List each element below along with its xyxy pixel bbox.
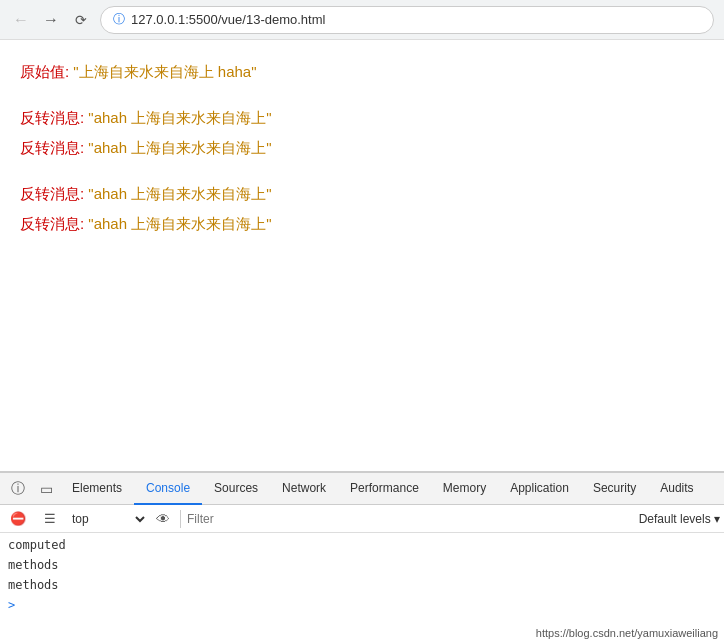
console-line-1: computed xyxy=(0,535,724,555)
tab-network[interactable]: Network xyxy=(270,473,338,505)
tab-performance[interactable]: Performance xyxy=(338,473,431,505)
reverse-label-2: 反转消息: xyxy=(20,139,84,156)
eye-button[interactable]: 👁 xyxy=(152,508,174,530)
lock-icon: ⓘ xyxy=(113,11,125,28)
status-bar: https://blog.csdn.net/yamuxiaweiliang xyxy=(530,625,724,641)
reload-button[interactable]: ⟳ xyxy=(70,9,92,31)
back-button[interactable]: ← xyxy=(10,9,32,31)
context-select[interactable]: top xyxy=(68,508,148,530)
console-settings-button[interactable]: ☰ xyxy=(36,505,64,533)
original-value: "上海自来水来自海上 haha" xyxy=(73,63,256,80)
reverse-value-3: "ahah 上海自来水来自海上" xyxy=(88,185,271,202)
spacer-2 xyxy=(20,166,704,182)
filter-input[interactable] xyxy=(187,508,635,530)
reverse-value-1: "ahah 上海自来水来自海上" xyxy=(88,109,271,126)
page-content: 原始值: "上海自来水来自海上 haha" 反转消息: "ahah 上海自来水来… xyxy=(0,40,724,471)
inspect-element-button[interactable]: ⓘ xyxy=(4,475,32,503)
reverse-label-3: 反转消息: xyxy=(20,185,84,202)
console-line-2: methods xyxy=(0,555,724,575)
reverse-value-4: "ahah 上海自来水来自海上" xyxy=(88,215,271,232)
forward-button[interactable]: → xyxy=(40,9,62,31)
reverse-line-4: 反转消息: "ahah 上海自来水来自海上" xyxy=(20,212,704,236)
url-host: 127.0.0.1:5500 xyxy=(131,12,218,27)
device-mode-button[interactable]: ▭ xyxy=(32,475,60,503)
console-line-3: methods xyxy=(0,575,724,595)
status-link: https://blog.csdn.net/yamuxiaweiliang xyxy=(536,627,718,639)
reverse-value-2: "ahah 上海自来水来自海上" xyxy=(88,139,271,156)
tab-sources[interactable]: Sources xyxy=(202,473,270,505)
prompt-symbol: > xyxy=(8,596,15,614)
original-label: 原始值: xyxy=(20,63,69,80)
tab-security[interactable]: Security xyxy=(581,473,648,505)
reverse-line-1: 反转消息: "ahah 上海自来水来自海上" xyxy=(20,106,704,130)
clear-console-button[interactable]: ⛔ xyxy=(4,505,32,533)
tab-application[interactable]: Application xyxy=(498,473,581,505)
devtools-panel: ⓘ ▭ Elements Console Sources Network Per… xyxy=(0,471,724,641)
address-bar[interactable]: ⓘ 127.0.0.1:5500/vue/13-demo.html xyxy=(100,6,714,34)
console-prompt[interactable]: > xyxy=(0,595,724,615)
devtools-tabs: ⓘ ▭ Elements Console Sources Network Per… xyxy=(0,473,724,505)
tab-elements[interactable]: Elements xyxy=(60,473,134,505)
tab-audits[interactable]: Audits xyxy=(648,473,705,505)
tab-memory[interactable]: Memory xyxy=(431,473,498,505)
default-levels-label[interactable]: Default levels ▾ xyxy=(639,512,720,526)
toolbar-divider xyxy=(180,510,181,528)
spacer-1 xyxy=(20,90,704,106)
browser-toolbar: ← → ⟳ ⓘ 127.0.0.1:5500/vue/13-demo.html xyxy=(0,0,724,40)
reverse-label-1: 反转消息: xyxy=(20,109,84,126)
reverse-label-4: 反转消息: xyxy=(20,215,84,232)
console-toolbar: ⛔ ☰ top 👁 Default levels ▾ xyxy=(0,505,724,533)
reverse-line-3: 反转消息: "ahah 上海自来水来自海上" xyxy=(20,182,704,206)
url-text: 127.0.0.1:5500/vue/13-demo.html xyxy=(131,12,325,27)
original-value-line: 原始值: "上海自来水来自海上 haha" xyxy=(20,60,704,84)
tab-console[interactable]: Console xyxy=(134,473,202,505)
url-path: /vue/13-demo.html xyxy=(218,12,326,27)
reverse-line-2: 反转消息: "ahah 上海自来水来自海上" xyxy=(20,136,704,160)
